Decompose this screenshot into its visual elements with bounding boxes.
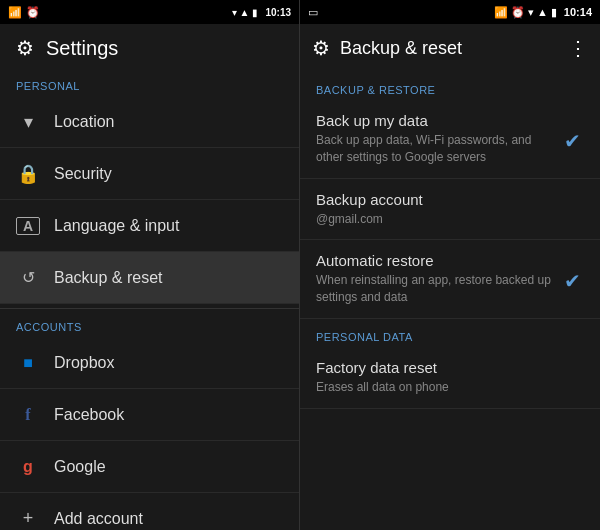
sidebar-item-google[interactable]: g Google xyxy=(0,441,299,493)
back-up-data-title: Back up my data xyxy=(316,112,556,129)
sidebar-item-facebook[interactable]: f Facebook xyxy=(0,389,299,441)
sidebar-item-backup[interactable]: ↺ Backup & reset xyxy=(0,252,299,304)
divider-accounts xyxy=(0,308,299,309)
language-icon: A xyxy=(16,217,40,235)
right-gear-icon: ⚙ xyxy=(312,36,330,60)
factory-reset-row[interactable]: Factory data reset Erases all data on ph… xyxy=(300,347,600,409)
section-label-personal: PERSONAL xyxy=(0,72,299,96)
backup-account-subtitle: @gmail.com xyxy=(316,211,584,228)
sidebar-item-dropbox[interactable]: ■ Dropbox xyxy=(0,337,299,389)
section-backup-restore: BACKUP & RESTORE xyxy=(300,72,600,100)
dropbox-icon: ■ xyxy=(16,354,40,372)
battery-icon: ▮ xyxy=(252,7,258,18)
factory-reset-text: Factory data reset Erases all data on ph… xyxy=(316,359,584,396)
google-label: Google xyxy=(54,458,106,476)
right-panel: ▭ 📶 ⏰ ▾ ▲ ▮ 10:14 ⚙ Backup & reset ⋮ BAC… xyxy=(300,0,600,530)
add-account-label: Add account xyxy=(54,510,143,528)
back-up-data-checkbox[interactable]: ✔ xyxy=(564,129,584,149)
left-time: 10:13 xyxy=(265,7,291,18)
section-personal-data: PERSONAL DATA xyxy=(300,319,600,347)
facebook-icon: f xyxy=(16,406,40,424)
google-icon: g xyxy=(16,458,40,476)
right-signal-icon: ▲ xyxy=(537,6,548,18)
backup-account-title: Backup account xyxy=(316,191,584,208)
backup-account-row[interactable]: Backup account @gmail.com xyxy=(300,179,600,241)
automatic-restore-title: Automatic restore xyxy=(316,252,556,269)
right-header-title: Backup & reset xyxy=(340,38,558,59)
sidebar-item-location[interactable]: ▾ Location xyxy=(0,96,299,148)
alarm-icon: ⏰ xyxy=(26,6,40,19)
left-app-title: Settings xyxy=(46,37,118,60)
language-label: Language & input xyxy=(54,217,179,235)
more-options-icon[interactable]: ⋮ xyxy=(568,36,588,60)
back-up-data-subtitle: Back up app data, Wi-Fi passwords, and o… xyxy=(316,132,556,166)
signal-icon: ▲ xyxy=(240,7,250,18)
backup-label: Backup & reset xyxy=(54,269,163,287)
sidebar-item-add-account[interactable]: + Add account xyxy=(0,493,299,530)
automatic-restore-subtitle: When reinstalling an app, restore backed… xyxy=(316,272,556,306)
back-up-data-check-icon: ✔ xyxy=(564,130,581,152)
right-wifi-icon: ▾ xyxy=(528,6,534,19)
right-bluetooth-icon: 📶 xyxy=(494,6,508,19)
back-up-data-text: Back up my data Back up app data, Wi-Fi … xyxy=(316,112,556,166)
left-status-icons: ▾ ▲ ▮ 10:13 xyxy=(232,7,291,18)
backup-icon: ↺ xyxy=(16,268,40,287)
bluetooth-icon: 📶 xyxy=(8,6,22,19)
wifi-icon: ▾ xyxy=(232,7,237,18)
location-label: Location xyxy=(54,113,115,131)
automatic-restore-check-icon: ✔ xyxy=(564,270,581,292)
automatic-restore-text: Automatic restore When reinstalling an a… xyxy=(316,252,556,306)
facebook-label: Facebook xyxy=(54,406,124,424)
automatic-restore-checkbox[interactable]: ✔ xyxy=(564,269,584,289)
settings-list: PERSONAL ▾ Location 🔒 Security A Languag… xyxy=(0,72,299,530)
security-label: Security xyxy=(54,165,112,183)
location-icon: ▾ xyxy=(16,111,40,133)
right-status-icons: 📶 ⏰ ▾ ▲ ▮ 10:14 xyxy=(494,6,592,19)
section-label-accounts: ACCOUNTS xyxy=(0,313,299,337)
automatic-restore-row[interactable]: Automatic restore When reinstalling an a… xyxy=(300,240,600,319)
backup-account-text: Backup account @gmail.com xyxy=(316,191,584,228)
right-status-bar: ▭ 📶 ⏰ ▾ ▲ ▮ 10:14 xyxy=(300,0,600,24)
right-content: BACKUP & RESTORE Back up my data Back up… xyxy=(300,72,600,530)
sidebar-item-language[interactable]: A Language & input xyxy=(0,200,299,252)
left-status-left: 📶 ⏰ xyxy=(8,6,232,19)
right-notification-icon: ▭ xyxy=(308,6,318,19)
right-status-left: ▭ xyxy=(308,6,494,19)
add-account-icon: + xyxy=(16,508,40,529)
right-header: ⚙ Backup & reset ⋮ xyxy=(300,24,600,72)
sidebar-item-security[interactable]: 🔒 Security xyxy=(0,148,299,200)
back-up-data-row[interactable]: Back up my data Back up app data, Wi-Fi … xyxy=(300,100,600,179)
right-battery-icon: ▮ xyxy=(551,6,557,19)
left-app-header: ⚙ Settings xyxy=(0,24,299,72)
lock-icon: 🔒 xyxy=(16,163,40,185)
right-alarm-icon: ⏰ xyxy=(511,6,525,19)
dropbox-label: Dropbox xyxy=(54,354,114,372)
factory-reset-title: Factory data reset xyxy=(316,359,584,376)
settings-gear-icon: ⚙ xyxy=(16,36,34,60)
right-time: 10:14 xyxy=(564,6,592,18)
factory-reset-subtitle: Erases all data on phone xyxy=(316,379,584,396)
left-panel: 📶 ⏰ ▾ ▲ ▮ 10:13 ⚙ Settings PERSONAL ▾ Lo… xyxy=(0,0,300,530)
left-status-bar: 📶 ⏰ ▾ ▲ ▮ 10:13 xyxy=(0,0,299,24)
